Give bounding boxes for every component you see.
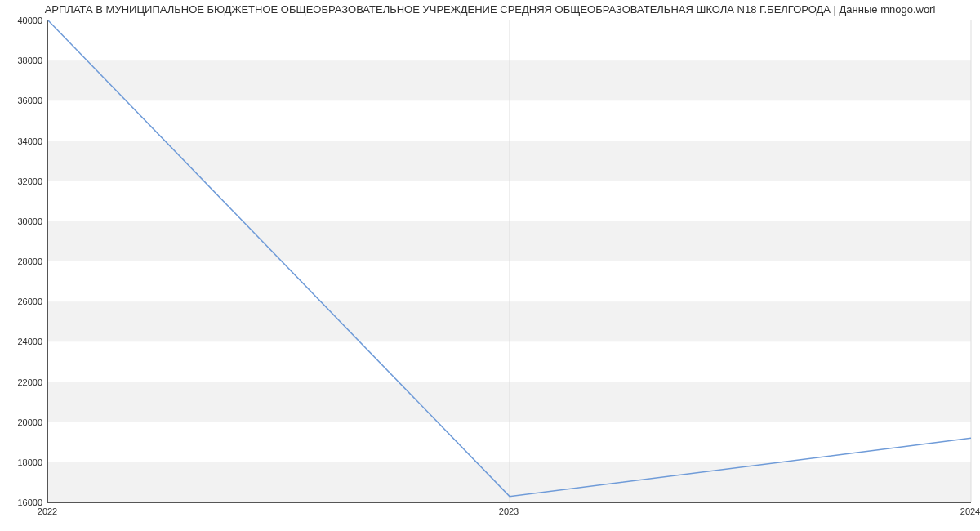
y-tick-label: 38000 [3, 56, 42, 65]
y-tick-label: 26000 [3, 297, 42, 306]
plot-area [47, 20, 971, 503]
x-tick-label: 2022 [38, 506, 57, 516]
y-tick-label: 28000 [3, 257, 42, 266]
y-tick-label: 30000 [3, 216, 42, 226]
y-tick-label: 24000 [3, 337, 42, 346]
y-tick-label: 20000 [3, 417, 42, 427]
x-tick-label: 2023 [499, 506, 519, 516]
chart-title: АРПЛАТА В МУНИЦИПАЛЬНОЕ БЮДЖЕТНОЕ ОБЩЕОБ… [0, 3, 980, 16]
y-tick-label: 40000 [3, 16, 42, 25]
chart-container: АРПЛАТА В МУНИЦИПАЛЬНОЕ БЮДЖЕТНОЕ ОБЩЕОБ… [0, 0, 980, 531]
y-tick-label: 34000 [3, 136, 42, 146]
y-tick-label: 36000 [3, 96, 42, 105]
line-chart-svg [48, 20, 971, 502]
x-tick-label: 2024 [960, 506, 980, 516]
y-tick-label: 22000 [3, 377, 42, 387]
y-tick-label: 32000 [3, 176, 42, 186]
y-tick-label: 18000 [3, 457, 42, 467]
